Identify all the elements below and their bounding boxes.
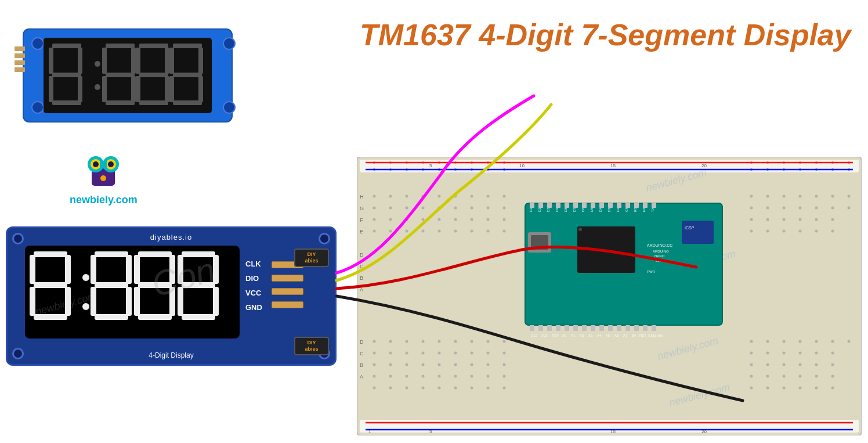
svg-point-301 bbox=[422, 387, 425, 390]
svg-point-308 bbox=[766, 387, 769, 390]
svg-rect-78 bbox=[213, 287, 219, 316]
svg-point-193 bbox=[406, 207, 408, 210]
svg-rect-26 bbox=[136, 76, 140, 102]
svg-point-325 bbox=[799, 161, 801, 164]
svg-rect-163 bbox=[556, 325, 560, 331]
svg-point-182 bbox=[487, 195, 490, 198]
svg-text:ARDUINO: ARDUINO bbox=[653, 250, 669, 253]
svg-rect-15 bbox=[106, 44, 135, 48]
svg-point-313 bbox=[373, 161, 375, 164]
svg-point-224 bbox=[406, 230, 408, 233]
svg-point-14 bbox=[95, 84, 100, 90]
svg-point-228 bbox=[471, 230, 473, 233]
svg-rect-24 bbox=[165, 48, 169, 74]
svg-rect-55 bbox=[65, 287, 71, 316]
svg-rect-39 bbox=[15, 67, 25, 72]
svg-point-323 bbox=[766, 161, 769, 164]
svg-point-234 bbox=[799, 230, 802, 233]
svg-point-258 bbox=[454, 352, 457, 355]
svg-rect-28 bbox=[139, 100, 168, 105]
svg-point-333 bbox=[438, 168, 440, 171]
svg-point-218 bbox=[783, 218, 786, 221]
svg-point-198 bbox=[487, 207, 490, 210]
svg-rect-22 bbox=[139, 44, 168, 48]
svg-rect-155 bbox=[617, 202, 621, 208]
svg-rect-36 bbox=[15, 46, 25, 51]
page-title: TM1637 4-Digit 7-Segment Display bbox=[360, 17, 851, 52]
svg-text:5V: 5V bbox=[632, 334, 636, 337]
svg-rect-56 bbox=[34, 314, 67, 320]
svg-point-319 bbox=[471, 161, 473, 164]
svg-point-107 bbox=[578, 228, 582, 231]
logo-area: newbiely.com bbox=[70, 148, 138, 206]
svg-rect-149 bbox=[565, 202, 569, 208]
svg-point-47 bbox=[108, 161, 114, 167]
svg-point-233 bbox=[783, 230, 786, 233]
svg-rect-167 bbox=[591, 325, 595, 331]
svg-point-243 bbox=[471, 340, 473, 343]
svg-text:3V3: 3V3 bbox=[541, 334, 548, 337]
svg-rect-75 bbox=[213, 255, 219, 284]
svg-rect-37 bbox=[15, 53, 25, 58]
svg-point-329 bbox=[373, 168, 375, 171]
svg-rect-146 bbox=[538, 202, 543, 208]
svg-point-340 bbox=[783, 168, 785, 171]
svg-rect-61 bbox=[126, 255, 132, 284]
svg-rect-67 bbox=[134, 255, 140, 284]
svg-point-263 bbox=[766, 352, 769, 355]
svg-point-250 bbox=[815, 340, 818, 343]
svg-text:VIN: VIN bbox=[657, 334, 663, 337]
svg-rect-52 bbox=[65, 255, 71, 284]
svg-point-321 bbox=[503, 161, 505, 164]
svg-point-216 bbox=[750, 218, 753, 221]
svg-rect-23 bbox=[136, 48, 140, 74]
svg-rect-158 bbox=[643, 202, 648, 208]
svg-point-260 bbox=[487, 352, 490, 355]
breadboard-area: H G F E D C B A 5 10 15 20 newbiely.com … bbox=[357, 157, 862, 435]
svg-point-227 bbox=[454, 230, 457, 233]
svg-text:NANO: NANO bbox=[654, 254, 665, 258]
svg-point-290 bbox=[487, 375, 490, 378]
owl-logo bbox=[80, 148, 126, 189]
svg-text:15: 15 bbox=[610, 163, 616, 168]
svg-point-302 bbox=[438, 387, 441, 390]
svg-point-294 bbox=[783, 375, 786, 378]
svg-rect-169 bbox=[608, 325, 613, 331]
svg-point-204 bbox=[815, 207, 818, 210]
svg-rect-159 bbox=[652, 202, 656, 208]
svg-point-254 bbox=[389, 352, 392, 355]
svg-point-214 bbox=[487, 218, 490, 221]
pin-dio: DIO bbox=[245, 275, 262, 282]
svg-point-298 bbox=[373, 387, 376, 390]
svg-rect-68 bbox=[169, 255, 175, 284]
svg-point-318 bbox=[454, 161, 457, 164]
svg-point-257 bbox=[438, 352, 441, 355]
svg-point-288 bbox=[454, 375, 457, 378]
svg-point-246 bbox=[750, 340, 753, 343]
svg-point-205 bbox=[831, 207, 834, 210]
svg-rect-164 bbox=[565, 325, 569, 331]
svg-rect-145 bbox=[530, 202, 534, 208]
pin-clk: CLK bbox=[245, 260, 262, 268]
svg-rect-157 bbox=[634, 202, 639, 208]
svg-point-203 bbox=[799, 207, 802, 210]
svg-point-210 bbox=[422, 218, 425, 221]
svg-point-315 bbox=[406, 161, 408, 164]
svg-point-280 bbox=[799, 363, 802, 366]
svg-text:H: H bbox=[360, 194, 364, 200]
svg-point-312 bbox=[831, 387, 834, 390]
svg-rect-65 bbox=[95, 314, 128, 320]
svg-rect-148 bbox=[556, 202, 560, 208]
svg-point-252 bbox=[848, 340, 851, 343]
svg-rect-25 bbox=[139, 73, 168, 77]
diy-badge-top: DIYabies bbox=[294, 248, 329, 267]
svg-point-13 bbox=[95, 61, 100, 67]
svg-rect-74 bbox=[178, 255, 183, 284]
svg-point-226 bbox=[438, 230, 441, 233]
module-top-label: diyables.io bbox=[8, 228, 335, 242]
svg-point-177 bbox=[406, 195, 408, 198]
svg-rect-71 bbox=[169, 287, 175, 316]
svg-rect-59 bbox=[95, 251, 128, 257]
svg-point-296 bbox=[815, 375, 818, 378]
svg-point-219 bbox=[799, 218, 802, 221]
